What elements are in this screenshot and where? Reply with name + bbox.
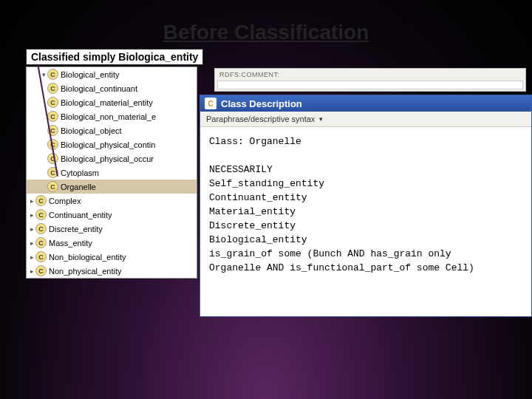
tree-item[interactable]: CBiological_non_material_e	[27, 109, 197, 123]
tree-item-label: Organelle	[61, 183, 96, 191]
class-icon: C	[35, 265, 47, 276]
description-line	[209, 149, 522, 163]
window-titlebar[interactable]: C Class Description	[200, 95, 531, 112]
tree-item-label: Discrete_entity	[49, 225, 103, 233]
class-icon: C	[205, 98, 216, 109]
description-line: Class: Organelle	[209, 134, 522, 149]
tree-item-label: Biological_object	[61, 126, 122, 135]
class-icon: C	[35, 251, 47, 262]
tree-item[interactable]: CBiological_object	[27, 123, 197, 137]
syntax-label: Paraphrase/descriptive syntax	[206, 115, 315, 123]
description-line: Continuant_entity	[209, 191, 522, 205]
description-line: Self_standing_entity	[209, 177, 522, 191]
class-icon: C	[47, 97, 58, 108]
tree-item-label: Mass_entity	[49, 239, 92, 248]
expand-right-icon[interactable]: ▸	[28, 197, 35, 205]
description-line: is_grain_of some (Bunch AND has_grain on…	[209, 247, 522, 261]
tree-item[interactable]: CBiological_material_entity	[27, 95, 197, 109]
description-body: Class: Organelle NECESSARILYSelf_standin…	[200, 127, 531, 316]
class-icon: C	[35, 195, 47, 206]
class-icon: C	[47, 111, 58, 122]
tree-item-label: Biological_material_entity	[61, 98, 153, 107]
class-icon: C	[35, 237, 47, 248]
syntax-dropdown[interactable]: Paraphrase/descriptive syntax ▼	[200, 112, 531, 127]
tree-item[interactable]: ▾CBiological_entity	[27, 67, 197, 81]
expand-right-icon[interactable]: ▸	[28, 211, 35, 219]
chevron-down-icon: ▼	[318, 116, 324, 123]
tree-item-label: Non_biological_entity	[49, 253, 126, 262]
description-line: Discrete_entity	[209, 219, 522, 233]
tree-item[interactable]: ▸CDiscrete_entity	[27, 222, 197, 236]
tree-item-label: Biological_entity	[61, 70, 120, 79]
tree-item-label: Cytoplasm	[61, 168, 99, 177]
rdfs-header: RDFS:COMMENT:	[215, 69, 525, 81]
page-title: Before Classification	[0, 21, 532, 44]
expand-down-icon[interactable]: ▾	[40, 71, 47, 78]
class-icon: C	[47, 83, 58, 94]
callout-box: Classified simply Biologica_entity	[26, 49, 203, 65]
expand-right-icon[interactable]: ▸	[28, 267, 35, 275]
class-tree[interactable]: ▾CBiological_entityCBiological_continuan…	[26, 66, 197, 279]
description-line: Organelle AND is_functional_part_of some…	[209, 261, 522, 275]
tree-item[interactable]: ▸CMass_entity	[27, 236, 197, 250]
description-line: NECESSARILY	[209, 163, 522, 177]
tree-item-label: Biological_physical_occur	[61, 154, 154, 163]
expand-right-icon[interactable]: ▸	[28, 239, 35, 247]
tree-item-label: Complex	[49, 197, 81, 205]
class-icon: C	[47, 181, 58, 192]
tree-item-label: Continuant_entity	[49, 211, 112, 219]
tree-item-label: Biological_physical_contin	[61, 140, 155, 149]
tree-item[interactable]: COrganelle	[27, 180, 197, 194]
tree-item-label: Biological_continuant	[61, 84, 137, 93]
tree-item-label: Biological_non_material_e	[61, 112, 156, 121]
tree-item[interactable]: ▸CContinuant_entity	[27, 208, 197, 222]
expand-right-icon[interactable]: ▸	[28, 253, 35, 261]
tree-item[interactable]: ▸CNon_physical_entity	[27, 264, 197, 278]
rdfs-body	[217, 81, 523, 89]
tree-item-label: Non_physical_entity	[49, 267, 121, 276]
class-icon: C	[35, 209, 47, 220]
description-line: Material_entity	[209, 205, 522, 219]
rdfs-comment-panel: RDFS:COMMENT:	[214, 68, 526, 92]
tree-item[interactable]: CCytoplasm	[27, 166, 197, 180]
class-icon: C	[35, 223, 47, 234]
class-description-window: C Class Description Paraphrase/descripti…	[200, 95, 532, 317]
expand-right-icon[interactable]: ▸	[28, 225, 35, 233]
window-title: Class Description	[221, 98, 302, 109]
description-line: Biological_entity	[209, 233, 522, 247]
tree-item[interactable]: CBiological_continuant	[27, 81, 197, 95]
tree-item[interactable]: ▸CComplex	[27, 194, 197, 208]
class-icon: C	[47, 69, 58, 80]
tree-item[interactable]: ▸CNon_biological_entity	[27, 250, 197, 264]
